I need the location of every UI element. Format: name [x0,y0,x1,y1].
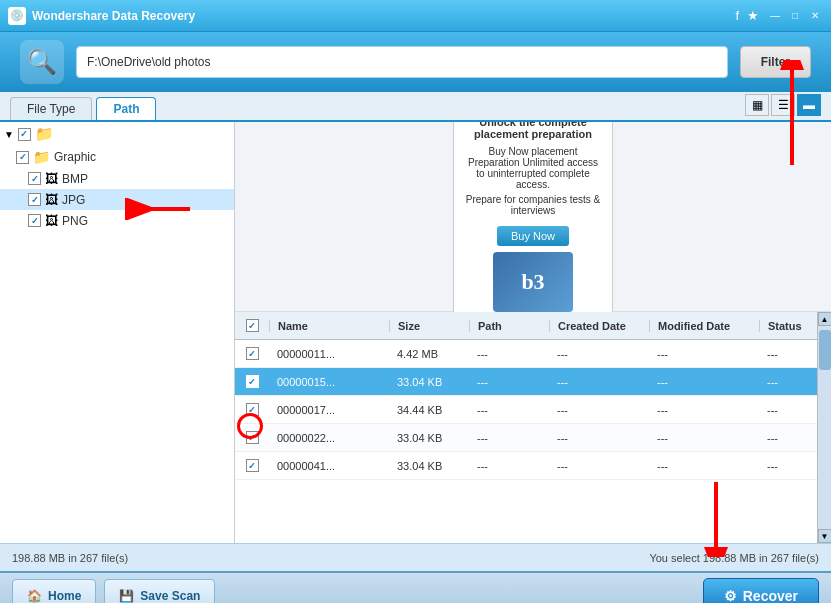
left-panel: ▼ 📁 📁 Graphic 🖼 BMP 🖼 JPG [0,122,235,543]
header-check-col [235,319,269,332]
bottom-bar: 🏠 Home 💾 Save Scan ⚙ Recover [0,571,831,603]
home-button[interactable]: 🏠 Home [12,579,96,603]
save-scan-button[interactable]: 💾 Save Scan [104,579,215,603]
view-toggle-group: ▦ ☰ ▬ [745,94,821,116]
row4-size: 33.04 KB [389,432,469,444]
red-circle-annotation [237,413,263,439]
table-row[interactable]: 00000011... 4.42 MB --- --- --- --- [235,340,817,368]
file-list-header: Name Size Path Created Date Modified Dat… [235,312,817,340]
header-name: Name [269,320,389,332]
row5-checkbox[interactable] [246,459,259,472]
table-row[interactable]: 00000015... 33.04 KB --- --- --- --- [235,368,817,396]
jpg-checkbox[interactable] [28,193,41,206]
row4-modified: --- [649,432,759,444]
file-list-container: Name Size Path Created Date Modified Dat… [235,312,831,543]
recover-icon: ⚙ [724,588,737,603]
bottom-left-buttons: 🏠 Home 💾 Save Scan [12,579,215,603]
tree-root-row[interactable]: ▼ 📁 [0,122,234,146]
row2-modified: --- [649,376,759,388]
home-icon: 🏠 [27,589,42,603]
row1-modified: --- [649,348,759,360]
ad-body: Buy Now placement Preparation Unlimited … [464,146,602,190]
row5-created: --- [549,460,649,472]
title-bar: 💿 Wondershare Data Recovery f ★ — □ ✕ [0,0,831,32]
row4-name: 00000022... [269,432,389,444]
detail-view-button[interactable]: ▬ [797,94,821,116]
png-checkbox[interactable] [28,214,41,227]
header-modified: Modified Date [649,320,759,332]
ad-title: Unlock the complete placement preparatio… [464,122,602,140]
scroll-thumb[interactable] [819,330,831,370]
ad-body2: Prepare for companies tests & interviews [464,194,602,216]
scroll-up-button[interactable]: ▲ [818,312,832,326]
tab-path[interactable]: Path [96,97,156,120]
row2-path: --- [469,376,549,388]
row5-status: --- [759,460,817,472]
header-created: Created Date [549,320,649,332]
top-bar: 🔍 Filter [0,32,831,92]
table-row[interactable]: 00000022... 33.04 KB --- --- --- --- [235,424,817,452]
scan-icon-wrapper: 🔍 [20,40,64,84]
recover-button[interactable]: ⚙ Recover [703,578,819,603]
row1-name: 00000011... [269,348,389,360]
status-bar: 198.88 MB in 267 file(s) You select 198.… [0,543,831,571]
ad-area: Unlock the complete placement preparatio… [235,122,831,312]
row2-created: --- [549,376,649,388]
collapse-icon: ▼ [4,129,14,140]
close-button[interactable]: ✕ [807,8,823,24]
row2-size: 33.04 KB [389,376,469,388]
app-icon: 💿 [8,7,26,25]
file-list: Name Size Path Created Date Modified Dat… [235,312,817,543]
tabs-bar: File Type Path ▦ ☰ ▬ [0,92,831,122]
app-title: Wondershare Data Recovery [32,9,735,23]
row3-size: 34.44 KB [389,404,469,416]
root-folder-icon: 📁 [35,125,54,143]
minimize-button[interactable]: — [767,8,783,24]
filter-button[interactable]: Filter [740,46,811,78]
row4-status: --- [759,432,817,444]
row2-checkbox[interactable] [246,375,259,388]
save-icon: 💾 [119,589,134,603]
row3-path: --- [469,404,549,416]
row5-path: --- [469,460,549,472]
row4-path: --- [469,432,549,444]
table-row[interactable]: 00000041... 33.04 KB --- --- --- --- [235,452,817,480]
star-icon[interactable]: ★ [747,8,759,24]
graphic-checkbox[interactable] [16,151,29,164]
tree-png-row[interactable]: 🖼 PNG [0,210,234,231]
facebook-icon[interactable]: f [735,8,739,24]
right-panel: Unlock the complete placement preparatio… [235,122,831,543]
buy-now-button[interactable]: Buy Now [497,226,569,246]
jpg-label: JPG [62,193,85,207]
table-row[interactable]: 00000017... 34.44 KB --- --- --- --- [235,396,817,424]
tree-bmp-row[interactable]: 🖼 BMP [0,168,234,189]
header-path: Path [469,320,549,332]
row2-status: --- [759,376,817,388]
row5-modified: --- [649,460,759,472]
status-left: 198.88 MB in 267 file(s) [12,552,128,564]
row5-size: 33.04 KB [389,460,469,472]
root-checkbox[interactable] [18,128,31,141]
row1-size: 4.42 MB [389,348,469,360]
main-area: ▼ 📁 📁 Graphic 🖼 BMP 🖼 JPG [0,122,831,543]
tree-jpg-row[interactable]: 🖼 JPG [0,189,234,210]
scroll-down-button[interactable]: ▼ [818,529,832,543]
row1-created: --- [549,348,649,360]
row3-status: --- [759,404,817,416]
list-view-button[interactable]: ☰ [771,94,795,116]
maximize-button[interactable]: □ [787,8,803,24]
grid-view-button[interactable]: ▦ [745,94,769,116]
tab-file-type[interactable]: File Type [10,97,92,120]
row1-status: --- [759,348,817,360]
row5-name: 00000041... [269,460,389,472]
path-input[interactable] [76,46,728,78]
scrollbar[interactable]: ▲ ▼ [817,312,831,543]
row1-path: --- [469,348,549,360]
tree-graphic-row[interactable]: 📁 Graphic [0,146,234,168]
png-file-icon: 🖼 [45,213,58,228]
bmp-checkbox[interactable] [28,172,41,185]
row3-name: 00000017... [269,404,389,416]
header-checkbox[interactable] [246,319,259,332]
row1-checkbox[interactable] [246,347,259,360]
bmp-file-icon: 🖼 [45,171,58,186]
